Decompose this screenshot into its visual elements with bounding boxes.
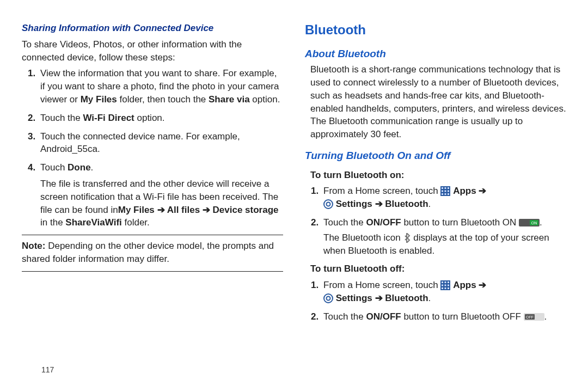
bold: Apps [453, 280, 476, 290]
svg-rect-6 [448, 191, 449, 192]
svg-rect-24 [448, 287, 449, 289]
arrow-icon: ➔ [372, 293, 385, 303]
bold: ON/OFF [366, 311, 401, 322]
arrow-icon: ➔ [476, 280, 487, 290]
text: folder. [122, 217, 150, 228]
heading-onoff: Turning Bluetooth On and Off [305, 149, 566, 163]
page-container: Sharing Information with Connected Devic… [22, 16, 566, 381]
text: button to turn Bluetooth OFF [401, 311, 524, 322]
subhead-on: To turn Bluetooth on: [310, 169, 566, 182]
text: Touch the [323, 217, 366, 228]
svg-point-26 [327, 296, 330, 300]
text: . [544, 311, 547, 322]
text: From a Home screen, touch [323, 186, 440, 196]
settings-icon [323, 293, 333, 303]
bold: Bluetooth [385, 293, 428, 303]
bold: Settings [336, 199, 372, 209]
svg-rect-2 [445, 187, 446, 189]
svg-rect-7 [442, 193, 443, 195]
arrow-icon: ➔ [372, 199, 385, 209]
arrow-icon: ➔ [200, 205, 212, 215]
svg-rect-18 [448, 281, 449, 283]
step-1: View the information that you want to sh… [38, 67, 283, 106]
bold: Share via [209, 94, 250, 105]
svg-rect-1 [442, 187, 443, 189]
svg-rect-16 [442, 281, 443, 283]
bold: Settings [336, 293, 372, 303]
bold: My Files [118, 205, 155, 215]
steps-list: View the information that you want to sh… [38, 67, 283, 229]
off-step-1: From a Home screen, touch Apps ➔ Setting… [321, 279, 566, 305]
step-4: Touch Done. The file is transferred and … [38, 161, 283, 229]
svg-rect-3 [448, 187, 449, 189]
svg-rect-19 [442, 285, 443, 286]
on-step-2-detail: The Bluetooth icon displays at the top o… [323, 231, 566, 258]
left-column: Sharing Information with Connected Devic… [22, 16, 283, 381]
svg-point-25 [324, 294, 333, 303]
svg-point-10 [324, 200, 333, 209]
arrow-icon: ➔ [476, 186, 487, 196]
svg-rect-17 [445, 281, 446, 283]
step-3: Touch the connected device name. For exa… [38, 130, 283, 156]
apps-icon [440, 186, 450, 196]
apps-icon [440, 280, 450, 290]
svg-rect-8 [445, 193, 446, 195]
toggle-on-icon: ON [519, 218, 540, 228]
text: option. [134, 113, 165, 123]
svg-rect-9 [448, 193, 449, 195]
note: Note: Depending on the other device mode… [22, 240, 283, 266]
on-step-2: Touch the ON/OFF button to turn Bluetoot… [321, 216, 566, 257]
svg-text:ON: ON [531, 221, 537, 225]
text: Touch the [323, 311, 366, 322]
subhead-off: To turn Bluetooth off: [310, 262, 566, 275]
text: Touch the [40, 113, 83, 123]
bold: Wi-Fi Direct [83, 113, 134, 123]
text: option. [250, 94, 280, 105]
bold: Device storage [213, 205, 279, 215]
step-4-detail: The file is transferred and the other de… [40, 177, 283, 229]
about-text: Bluetooth is a short-range communication… [310, 63, 566, 141]
svg-rect-4 [442, 191, 443, 192]
text: Touch [40, 162, 68, 173]
text: . [91, 162, 94, 173]
page-number: 117 [41, 365, 54, 376]
toggle-off-icon: OFF [524, 312, 544, 322]
settings-icon [323, 199, 333, 209]
divider [22, 235, 283, 235]
intro-text: To share Videos, Photos, or other inform… [22, 38, 283, 64]
text: . [428, 199, 431, 209]
heading-bluetooth: Bluetooth [305, 21, 566, 39]
text: . [540, 217, 542, 228]
text: in the [40, 217, 65, 228]
heading-sharing: Sharing Information with Connected Devic… [22, 22, 283, 35]
text: . [428, 293, 431, 303]
svg-rect-21 [448, 285, 449, 286]
off-step-2: Touch the ON/OFF button to turn Bluetoot… [321, 310, 566, 323]
svg-rect-22 [442, 287, 443, 289]
bold: All files [167, 205, 200, 215]
on-step-1: From a Home screen, touch Apps ➔ Setting… [321, 185, 566, 211]
note-text: Depending on the other device model, the… [22, 241, 274, 264]
note-label: Note: [22, 241, 45, 251]
divider [22, 271, 283, 272]
on-steps: From a Home screen, touch Apps ➔ Setting… [321, 185, 566, 257]
svg-text:OFF: OFF [526, 315, 534, 319]
bluetooth-icon [403, 233, 411, 243]
text: folder, then touch the [117, 94, 209, 105]
svg-rect-5 [445, 191, 446, 192]
arrow-icon: ➔ [155, 205, 167, 215]
svg-rect-23 [445, 287, 446, 289]
off-steps: From a Home screen, touch Apps ➔ Setting… [321, 279, 566, 323]
bold: My Files [81, 94, 117, 105]
text: button to turn Bluetooth ON [401, 217, 519, 228]
bold: ON/OFF [366, 217, 401, 228]
bold: ShareViaWifi [65, 217, 121, 228]
text: The Bluetooth icon [323, 232, 403, 243]
heading-about: About Bluetooth [305, 47, 566, 62]
step-2: Touch the Wi-Fi Direct option. [38, 112, 283, 125]
bold: Bluetooth [385, 199, 428, 209]
svg-point-11 [327, 203, 330, 206]
bold: Done [68, 162, 91, 173]
right-column: Bluetooth About Bluetooth Bluetooth is a… [305, 16, 566, 381]
svg-rect-20 [445, 285, 446, 286]
